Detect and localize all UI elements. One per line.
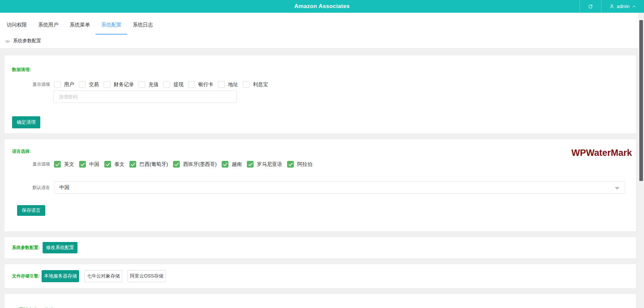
tab-label: 系统菜单 bbox=[70, 22, 90, 27]
checkbox-item[interactable]: 用户 bbox=[54, 81, 74, 88]
storage-engine-button[interactable]: 阿里云OSS存储 bbox=[127, 270, 166, 282]
select-value: 中国 bbox=[59, 184, 69, 191]
person-icon bbox=[609, 4, 614, 9]
checkbox-item[interactable]: 英文 bbox=[54, 161, 74, 168]
checkbox-label: 阿拉伯 bbox=[297, 161, 312, 168]
checkbox-icon bbox=[163, 81, 170, 88]
language-card: WPWaterMark 语言选择: 显示选项 英文 中国 bbox=[4, 139, 636, 232]
storage-engine-button-label: 本地服务器存储 bbox=[44, 273, 77, 279]
checkbox-item[interactable]: 西班牙(墨西哥) bbox=[173, 161, 217, 168]
checkbox-label: 巴西(葡萄牙) bbox=[140, 161, 168, 168]
checkbox-checked-icon bbox=[79, 161, 86, 168]
sub-header: 访问权限 系统用户 系统菜单 系统配置 系统日志 系统参数配置 bbox=[0, 13, 644, 49]
website-card: 网站名称 Website bbox=[4, 294, 636, 308]
username: admin bbox=[617, 4, 630, 9]
checkbox-item[interactable]: 巴西(葡萄牙) bbox=[129, 161, 168, 168]
checkbox-label: 利息宝 bbox=[253, 81, 268, 88]
tab[interactable]: 系统日志 bbox=[127, 13, 159, 35]
content-area: 数据清理: 显示选项 用户 交易 财 bbox=[0, 49, 644, 308]
checkbox-item[interactable]: 罗马尼亚语 bbox=[247, 161, 282, 168]
checkbox-icon bbox=[218, 81, 225, 88]
options-label: 显示选项 bbox=[33, 161, 54, 167]
checkbox-checked-icon bbox=[287, 161, 294, 168]
storage-engine-label: 文件存储引擎: bbox=[12, 273, 40, 279]
storage-engine-button-label: 阿里云OSS存储 bbox=[130, 273, 163, 279]
double-chevron-right-icon bbox=[5, 39, 10, 44]
vertical-scrollbar-thumb[interactable] bbox=[639, 20, 643, 181]
vertical-scrollbar-track[interactable] bbox=[638, 13, 644, 308]
tab-label: 系统用户 bbox=[38, 22, 58, 27]
checkbox-label: 财务记录 bbox=[114, 81, 134, 88]
data-clean-checkbox-list: 用户 交易 财务记录 充值 bbox=[54, 81, 268, 88]
checkbox-label: 罗马尼亚语 bbox=[257, 161, 282, 168]
tab[interactable]: 系统配置 bbox=[96, 13, 127, 35]
checkbox-item[interactable]: 财务记录 bbox=[104, 81, 134, 88]
checkbox-label: 提现 bbox=[173, 81, 183, 88]
language-options-row: 显示选项 英文 中国 泰文 bbox=[33, 161, 636, 168]
default-language-row: 默认语言 中国 bbox=[33, 181, 625, 194]
tab-bar: 访问权限 系统用户 系统菜单 系统配置 系统日志 bbox=[0, 13, 644, 35]
storage-engine-buttons: 本地服务器存储 七牛云对象存储 阿里云OSS存储 bbox=[42, 270, 166, 282]
checkbox-icon bbox=[139, 81, 145, 88]
breadcrumb-label: 系统参数配置 bbox=[13, 38, 41, 44]
tab-label: 系统日志 bbox=[133, 22, 153, 27]
user-menu[interactable]: admin bbox=[601, 0, 644, 13]
checkbox-checked-icon bbox=[247, 161, 254, 168]
refresh-button[interactable] bbox=[580, 0, 601, 13]
checkbox-item[interactable]: 地址 bbox=[218, 81, 238, 88]
checkbox-icon bbox=[243, 81, 250, 88]
checkbox-icon bbox=[54, 81, 61, 88]
tab[interactable]: 系统用户 bbox=[33, 13, 64, 35]
default-language-label: 默认语言 bbox=[33, 185, 54, 191]
app-header: Amazon Associates admin bbox=[0, 0, 644, 13]
storage-engine-button[interactable]: 本地服务器存储 bbox=[42, 270, 79, 282]
system-config-card: 系统参数配置: 修改系统配置 bbox=[4, 237, 636, 259]
checkbox-checked-icon bbox=[222, 161, 228, 168]
storage-engine-button[interactable]: 七牛云对象存储 bbox=[85, 270, 122, 282]
checkbox-label: 西班牙(墨西哥) bbox=[183, 161, 217, 168]
checkbox-checked-icon bbox=[54, 161, 61, 168]
checkbox-label: 充值 bbox=[149, 81, 159, 88]
tab-label: 系统配置 bbox=[101, 22, 121, 27]
modify-system-config-button[interactable]: 修改系统配置 bbox=[43, 242, 77, 253]
storage-engine-card: 文件存储引擎: 本地服务器存储 七牛云对象存储 阿里云OSS存储 bbox=[4, 264, 636, 289]
checkbox-label: 地址 bbox=[228, 81, 238, 88]
save-language-button[interactable]: 保存语言 bbox=[17, 205, 45, 216]
storage-engine-button-label: 七牛云对象存储 bbox=[87, 273, 120, 279]
checkbox-item[interactable]: 充值 bbox=[139, 81, 159, 88]
options-label: 显示选项 bbox=[33, 81, 54, 87]
checkbox-label: 中国 bbox=[89, 161, 99, 168]
tab[interactable]: 访问权限 bbox=[1, 13, 33, 35]
checkbox-item[interactable]: 提现 bbox=[163, 81, 183, 88]
default-language-select[interactable]: 中国 bbox=[54, 181, 625, 194]
checkbox-checked-icon bbox=[173, 161, 180, 168]
data-clean-title: 数据清理: bbox=[12, 67, 636, 72]
checkbox-label: 越南 bbox=[232, 161, 242, 168]
checkbox-label: 英文 bbox=[64, 161, 74, 168]
checkbox-item[interactable]: 利息宝 bbox=[243, 81, 268, 88]
checkbox-item[interactable]: 中国 bbox=[79, 161, 99, 168]
data-clean-card: 数据清理: 显示选项 用户 交易 财 bbox=[4, 55, 636, 134]
confirm-clean-button[interactable]: 确定清理 bbox=[12, 116, 40, 128]
checkbox-icon bbox=[188, 81, 195, 88]
checkbox-item[interactable]: 阿拉伯 bbox=[287, 161, 312, 168]
checkbox-item[interactable]: 交易 bbox=[79, 81, 99, 88]
tab[interactable]: 系统菜单 bbox=[64, 13, 96, 35]
checkbox-label: 用户 bbox=[64, 81, 74, 88]
checkbox-item[interactable]: 银行卡 bbox=[188, 81, 213, 88]
app-title: Amazon Associates bbox=[0, 0, 644, 13]
caret-up-icon bbox=[632, 4, 636, 9]
checkbox-label: 银行卡 bbox=[198, 81, 213, 88]
checkbox-checked-icon bbox=[129, 161, 136, 168]
checkbox-checked-icon bbox=[104, 161, 111, 168]
refresh-icon bbox=[588, 4, 593, 9]
watermark-text: WPWaterMark bbox=[571, 148, 632, 158]
clean-password-input[interactable] bbox=[53, 90, 237, 103]
breadcrumb: 系统参数配置 bbox=[0, 35, 644, 48]
checkbox-label: 交易 bbox=[89, 81, 99, 88]
checkbox-item[interactable]: 泰文 bbox=[104, 161, 124, 168]
dropdown-caret-icon bbox=[615, 187, 620, 190]
header-actions: admin bbox=[580, 0, 644, 13]
checkbox-item[interactable]: 越南 bbox=[222, 161, 242, 168]
tab-label: 访问权限 bbox=[7, 22, 27, 27]
